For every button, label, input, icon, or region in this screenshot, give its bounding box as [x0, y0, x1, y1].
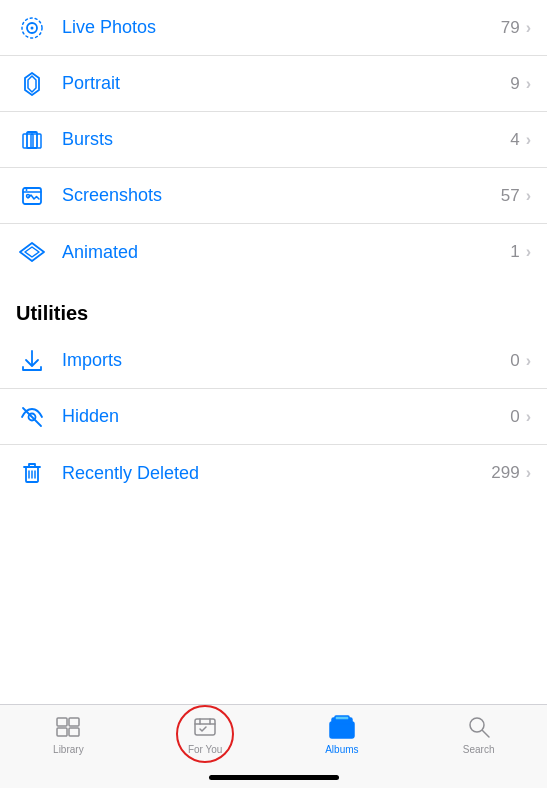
albums-tab-icon	[328, 713, 356, 741]
hidden-count: 0	[510, 407, 519, 427]
search-tab-icon	[465, 713, 493, 741]
tab-search[interactable]: Search	[410, 713, 547, 755]
imports-label: Imports	[62, 350, 510, 371]
bursts-chevron: ›	[526, 131, 531, 149]
library-tab-label: Library	[53, 744, 84, 755]
trash-icon	[16, 457, 48, 489]
screenshots-label: Screenshots	[62, 185, 501, 206]
hidden-item[interactable]: Hidden 0 ›	[0, 389, 547, 445]
bursts-icon	[16, 124, 48, 156]
svg-point-28	[470, 718, 484, 732]
screenshots-icon	[16, 180, 48, 212]
imports-count: 0	[510, 351, 519, 371]
library-tab-icon	[54, 713, 82, 741]
live-photos-chevron: ›	[526, 19, 531, 37]
animated-label: Animated	[62, 242, 510, 263]
svg-rect-27	[335, 716, 349, 720]
imports-icon	[16, 345, 48, 377]
portrait-chevron: ›	[526, 75, 531, 93]
animated-chevron: ›	[526, 243, 531, 261]
live-photos-count: 79	[501, 18, 520, 38]
recently-deleted-chevron: ›	[526, 464, 531, 482]
portrait-count: 9	[510, 74, 519, 94]
animated-item[interactable]: Animated 1 ›	[0, 224, 547, 280]
svg-point-8	[27, 194, 30, 197]
screenshots-chevron: ›	[526, 187, 531, 205]
live-photos-item[interactable]: Live Photos 79 ›	[0, 0, 547, 56]
tab-albums[interactable]: Albums	[274, 713, 411, 755]
svg-line-29	[482, 731, 489, 738]
imports-chevron: ›	[526, 352, 531, 370]
for-you-tab-icon	[191, 713, 219, 741]
screenshots-item[interactable]: Screenshots 57 ›	[0, 168, 547, 224]
screenshots-count: 57	[501, 186, 520, 206]
svg-marker-10	[25, 247, 39, 257]
imports-item[interactable]: Imports 0 ›	[0, 333, 547, 389]
portrait-item[interactable]: Portrait 9 ›	[0, 56, 547, 112]
media-types-section: Live Photos 79 › Portrait 9 ›	[0, 0, 547, 280]
recently-deleted-item[interactable]: Recently Deleted 299 ›	[0, 445, 547, 501]
svg-rect-18	[69, 718, 79, 726]
recently-deleted-count: 299	[491, 463, 519, 483]
home-indicator	[209, 775, 339, 780]
svg-rect-17	[57, 718, 67, 726]
svg-rect-20	[69, 728, 79, 736]
bursts-label: Bursts	[62, 129, 510, 150]
hidden-chevron: ›	[526, 408, 531, 426]
svg-point-7	[26, 189, 28, 191]
search-tab-label: Search	[463, 744, 495, 755]
bursts-item[interactable]: Bursts 4 ›	[0, 112, 547, 168]
animated-count: 1	[510, 242, 519, 262]
svg-rect-19	[57, 728, 67, 736]
for-you-tab-label: For You	[188, 744, 222, 755]
tab-library[interactable]: Library	[0, 713, 137, 755]
tab-bar: Library For You Albums	[0, 704, 547, 788]
utilities-section: Imports 0 › Hidden 0 ›	[0, 333, 547, 501]
svg-marker-9	[20, 243, 44, 261]
portrait-icon	[16, 68, 48, 100]
live-photos-label: Live Photos	[62, 17, 501, 38]
tab-for-you[interactable]: For You	[137, 713, 274, 755]
main-list: Live Photos 79 › Portrait 9 ›	[0, 0, 547, 704]
animated-icon	[16, 236, 48, 268]
albums-tab-label: Albums	[325, 744, 358, 755]
svg-point-2	[31, 26, 34, 29]
live-photos-icon	[16, 12, 48, 44]
recently-deleted-label: Recently Deleted	[62, 463, 491, 484]
hidden-label: Hidden	[62, 406, 510, 427]
portrait-label: Portrait	[62, 73, 510, 94]
utilities-title: Utilities	[16, 302, 88, 324]
utilities-header: Utilities	[0, 280, 547, 333]
bursts-count: 4	[510, 130, 519, 150]
hidden-icon	[16, 401, 48, 433]
